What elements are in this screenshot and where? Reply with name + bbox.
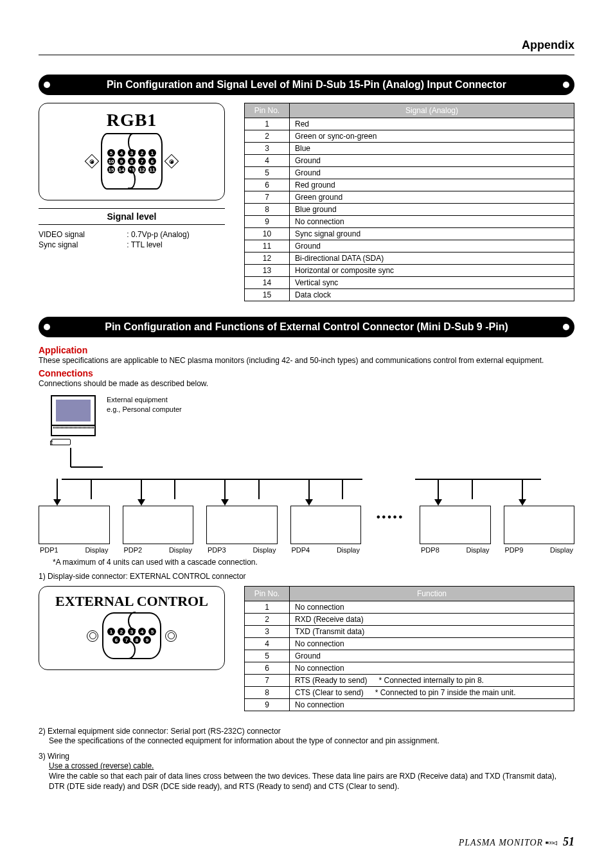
table-row: 6Red ground (245, 179, 574, 191)
signal-value: Vertical sync (290, 277, 574, 289)
signal-value: Blue (290, 143, 574, 155)
table-row: 7Green ground (245, 191, 574, 204)
signal-value: No connection (290, 216, 574, 228)
page-number: 51 (563, 835, 574, 848)
cascade-note: *A maximum of 4 units can used with a ca… (53, 558, 574, 567)
application-heading: Application (39, 345, 574, 355)
section-heading-2-text: Pin Configuration and Functions of Exter… (51, 321, 562, 333)
signal-value: Ground (290, 167, 574, 179)
table-row: 2Green or sync-on-green (245, 130, 574, 143)
pin-number: 5 (245, 650, 290, 662)
pin-number: 10 (245, 228, 290, 240)
footer-decoration: ▪▫▫◃ (546, 838, 557, 847)
section-heading-2: Pin Configuration and Functions of Exter… (39, 317, 574, 337)
table-row: 1Red (245, 118, 574, 130)
step-3-underline: Use a crossed (reverse) cable. (49, 761, 574, 771)
ext-equip-label-2: e.g., Personal computer (107, 405, 182, 414)
pin-number: 9 (245, 216, 290, 228)
dsub9-diagram: 12345 6789 (87, 612, 177, 659)
signal-value: Data clock (290, 289, 574, 301)
pin-number: 3 (245, 143, 290, 155)
pdp-unit: PDP2Display (123, 506, 194, 554)
pdp-unit: PDP1Display (39, 506, 110, 554)
pdp-display-label: Display (85, 546, 108, 554)
external-control-title: EXTERNAL CONTROL (44, 593, 219, 610)
signal-value: Green or sync-on-green (290, 130, 574, 143)
signal-value: Ground (290, 155, 574, 167)
table-row: 9No connection (245, 216, 574, 228)
table-header-pin: Pin No. (245, 587, 290, 601)
pdp-unit: PDP3Display (206, 506, 278, 554)
table-row: 8CTS (Clear to send)* Connected to pin 7… (245, 687, 574, 699)
pin-number: 8 (245, 204, 290, 216)
pdp-display-label: Display (337, 546, 360, 554)
video-signal-label: VIDEO signal (39, 230, 120, 239)
step-2: 2) External equipment side connector: Se… (39, 727, 574, 736)
table-row: 10Sync signal ground (245, 228, 574, 240)
function-value: TXD (Transmit data) (290, 626, 574, 638)
step-3-text: Wire the cable so that each pair of data… (49, 771, 574, 792)
signal-value: Green ground (290, 191, 574, 204)
pin-number: 4 (245, 155, 290, 167)
screw-icon (165, 630, 177, 642)
pin-number: 6 (245, 662, 290, 675)
table-header-pin: Pin No. (245, 103, 290, 118)
page-section-title: Appendix (39, 39, 574, 55)
step-2-text: See the specifications of the connected … (49, 736, 574, 746)
pin-number: 2 (245, 614, 290, 626)
video-signal-value: : 0.7Vp-p (Analog) (127, 230, 225, 239)
screw-icon (87, 630, 98, 642)
table-row: 11Ground (245, 240, 574, 252)
signal-value: Ground (290, 240, 574, 252)
dsub9-pin-table: Pin No. Function 1No connection2RXD (Rec… (244, 586, 574, 711)
table-row: 9No connection (245, 699, 574, 711)
function-value: RXD (Receive data) (290, 614, 574, 626)
pin-number: 8 (245, 687, 290, 699)
function-value: No connection (290, 638, 574, 650)
signal-value: Horizontal or composite sync (290, 265, 574, 277)
signal-level-heading: Signal level (39, 208, 225, 225)
signal-level-list: VIDEO signal : 0.7Vp-p (Analog) Sync sig… (39, 230, 225, 249)
table-row: 4No connection (245, 638, 574, 650)
pin-number: 11 (245, 240, 290, 252)
table-row: 6No connection (245, 662, 574, 675)
function-value: No connection (290, 699, 574, 711)
dsub15-pin-table: Pin No. Signal (Analog) 1Red2Green or sy… (244, 103, 574, 301)
screw-icon (85, 154, 100, 169)
step-3: 3) Wiring (39, 752, 574, 761)
signal-value: Red ground (290, 179, 574, 191)
table-row: 12Bi-directional DATA (SDA) (245, 252, 574, 265)
table-row: 8Blue ground (245, 204, 574, 216)
page-footer: PLASMA MONITOR ▪▫▫◃ 51 (459, 835, 574, 849)
table-row: 1No connection (245, 601, 574, 614)
signal-value: Bi-directional DATA (SDA) (290, 252, 574, 265)
pdp-id: PDP2 (124, 546, 143, 554)
pin-number: 7 (245, 675, 290, 687)
pdp-display-label: Display (169, 546, 192, 554)
pin-number: 3 (245, 626, 290, 638)
sync-signal-value: : TTL level (127, 240, 225, 249)
rgb1-title: RGB1 (44, 110, 219, 130)
pdp-id: PDP8 (421, 546, 440, 554)
table-row: 15Data clock (245, 289, 574, 301)
function-value: CTS (Clear to send)* Connected to pin 7 … (290, 687, 574, 699)
signal-value: Blue ground (290, 204, 574, 216)
pdp-display-label: Display (253, 546, 276, 554)
signal-value: Sync signal ground (290, 228, 574, 240)
pdp-id: PDP9 (505, 546, 524, 554)
pin-number: 1 (245, 601, 290, 614)
pin-number: 15 (245, 289, 290, 301)
pdp-display-label: Display (466, 546, 489, 554)
table-row: 3TXD (Transmit data) (245, 626, 574, 638)
table-row: 14Vertical sync (245, 277, 574, 289)
function-value: No connection (290, 601, 574, 614)
function-value: RTS (Ready to send)* Connected internall… (290, 675, 574, 687)
pin-number: 12 (245, 252, 290, 265)
table-row: 5Ground (245, 650, 574, 662)
dsub15-diagram: 54321 109876 1514131211 (87, 133, 177, 190)
pdp-id: PDP4 (292, 546, 310, 554)
table-row: 7RTS (Ready to send)* Connected internal… (245, 675, 574, 687)
pin-number: 2 (245, 130, 290, 143)
step-1: 1) Display-side connector: EXTERNAL CONT… (39, 572, 574, 581)
pin-number: 1 (245, 118, 290, 130)
